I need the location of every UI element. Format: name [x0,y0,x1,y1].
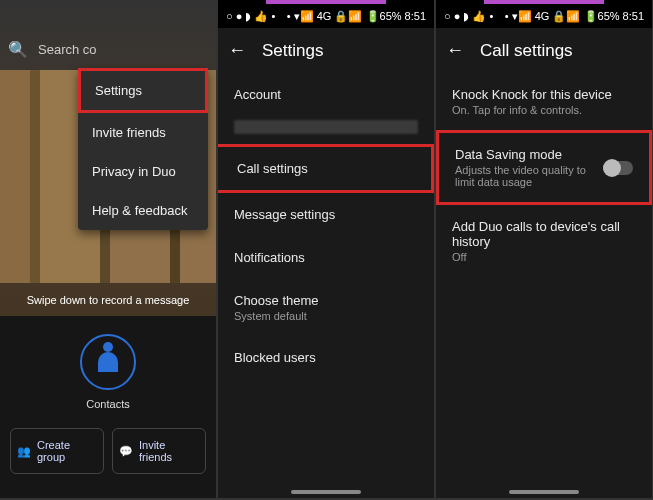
create-group-label: Create group [37,439,97,463]
screen-home: ○ ● ◗ 👍 • • ▾📶 4G 🔒📶 🔋65% 8:51 🔍 Search … [0,0,216,498]
menu-settings[interactable]: Settings [78,68,208,113]
bottom-panel: Contacts 👥 Create group 💬 Invite friends [0,316,216,498]
back-icon[interactable]: ← [446,40,464,61]
call-settings-header: ← Call settings [436,28,652,73]
invite-friends-button[interactable]: 💬 Invite friends [112,428,206,474]
data-saving-toggle[interactable] [603,161,633,175]
status-bar: ○ ● ◗ 👍 • • ▾📶 4G 🔒📶 🔋65% 8:51 [218,4,434,28]
knock-knock-label: Knock Knock for this device [452,87,636,102]
account-value-blurred [234,120,418,134]
nav-pill[interactable] [291,490,361,494]
call-history-sub: Off [452,251,636,263]
choose-theme-label: Choose theme [234,293,418,308]
settings-choose-theme[interactable]: Choose theme System default [218,279,434,336]
search-placeholder: Search co [38,42,97,57]
group-icon: 👥 [17,445,31,458]
contacts-button[interactable] [80,334,136,390]
settings-account[interactable]: Account [218,73,434,116]
data-saving-label: Data Saving mode [455,147,595,162]
choose-theme-sub: System default [234,310,418,322]
screen-call-settings: ○ ● ◗ 👍 • • ▾📶 4G 🔒📶 🔋65% 8:51 ← Call se… [436,0,652,498]
person-icon [98,352,118,372]
settings-notifications[interactable]: Notifications [218,236,434,279]
screen-settings: ○ ● ◗ 👍 • • ▾📶 4G 🔒📶 🔋65% 8:51 ← Setting… [218,0,434,498]
menu-privacy[interactable]: Privacy in Duo [78,152,208,191]
back-icon[interactable]: ← [228,40,246,61]
call-history-item[interactable]: Add Duo calls to device's call history O… [436,205,652,277]
settings-call-settings[interactable]: Call settings [218,144,434,193]
settings-header: ← Settings [218,28,434,73]
swipe-hint: Swipe down to record a message [0,294,216,306]
search-bar[interactable]: 🔍 Search co [0,28,216,71]
menu-invite-friends[interactable]: Invite friends [78,113,208,152]
nav-pill[interactable] [509,490,579,494]
overflow-menu: Settings Invite friends Privacy in Duo H… [78,68,208,230]
invite-friends-label: Invite friends [139,439,199,463]
settings-title: Settings [262,41,323,61]
contacts-label: Contacts [0,398,216,410]
create-group-button[interactable]: 👥 Create group [10,428,104,474]
search-icon: 🔍 [8,40,28,59]
status-bar: ○ ● ◗ 👍 • • ▾📶 4G 🔒📶 🔋65% 8:51 [436,4,652,28]
knock-knock-item[interactable]: Knock Knock for this device On. Tap for … [436,73,652,130]
call-history-label: Add Duo calls to device's call history [452,219,636,249]
settings-blocked-users[interactable]: Blocked users [218,336,434,379]
settings-message-settings[interactable]: Message settings [218,193,434,236]
chat-icon: 💬 [119,445,133,458]
data-saving-sub: Adjusts the video quality to limit data … [455,164,595,188]
data-saving-item[interactable]: Data Saving mode Adjusts the video quali… [436,130,652,205]
call-settings-title: Call settings [480,41,573,61]
knock-knock-sub: On. Tap for info & controls. [452,104,636,116]
menu-help-feedback[interactable]: Help & feedback [78,191,208,230]
